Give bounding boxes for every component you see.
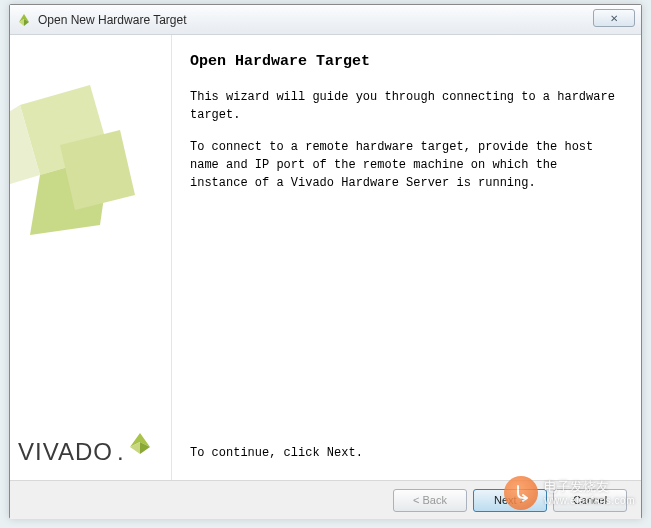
button-bar: < Back Next > Cancel [10,480,641,519]
brand-dot: . [117,438,124,466]
next-button-label: Next > [494,494,526,506]
cancel-button-label: Cancel [573,494,607,506]
titlebar[interactable]: Open New Hardware Target ✕ [10,5,641,35]
window-title: Open New Hardware Target [38,13,187,27]
dialog-body: VIVADO . Open Hardware Target This wizar… [10,35,641,480]
page-title: Open Hardware Target [190,53,619,70]
intro-text: This wizard will guide you through conne… [190,88,619,124]
detail-text: To connect to a remote hardware target, … [190,138,619,192]
brand-icon [126,429,154,457]
back-button-label: < Back [413,494,447,506]
close-button[interactable]: ✕ [593,9,635,27]
close-icon: ✕ [610,13,618,24]
app-icon [16,12,32,28]
side-panel: VIVADO . [10,35,172,480]
brand: VIVADO . [18,438,154,466]
decorative-art [10,75,160,295]
cancel-button[interactable]: Cancel [553,489,627,512]
brand-name: VIVADO [18,438,113,466]
next-button[interactable]: Next > [473,489,547,512]
continue-text: To continue, click Next. [190,446,619,460]
back-button: < Back [393,489,467,512]
content-panel: Open Hardware Target This wizard will gu… [172,35,641,480]
dialog-window: Open New Hardware Target ✕ VIVADO . [9,4,642,519]
